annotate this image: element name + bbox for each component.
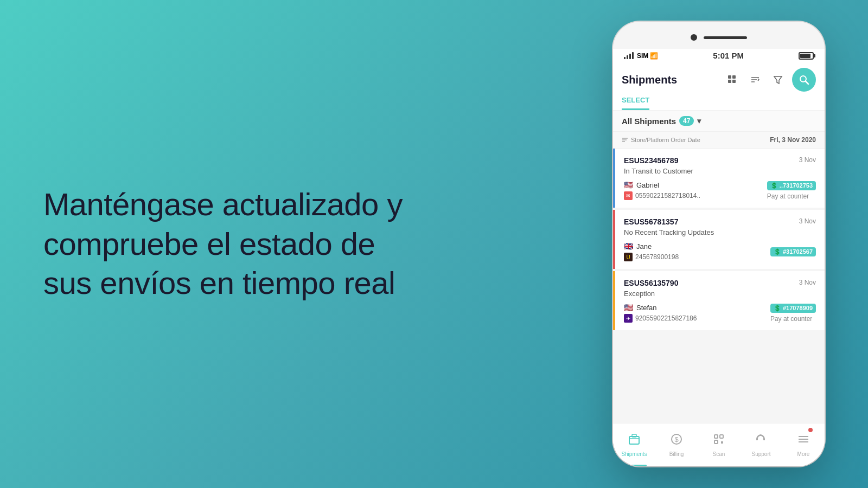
nav-item-more[interactable]: More: [782, 423, 825, 466]
shipments-nav-icon: [628, 433, 641, 449]
tracking-number: 245678900198: [635, 253, 679, 261]
bottom-nav: Shipments $ Billing: [613, 423, 825, 466]
tracking-id: ESUS56781357: [624, 217, 678, 226]
app-title: Shipments: [622, 74, 677, 86]
flag-icon: 🇺🇸: [624, 181, 633, 189]
order-id: #31702567: [783, 248, 813, 255]
card-date: 3 Nov: [799, 279, 816, 286]
shipment-card[interactable]: ESUS56781357 3 Nov No Recent Tracking Up…: [613, 210, 825, 269]
svg-rect-2: [728, 80, 731, 83]
svg-rect-3: [732, 80, 736, 83]
all-shipments-label: All Shipments: [622, 117, 676, 126]
sort-order-label: Store/Platform Order Date: [631, 137, 700, 143]
tracking-id: ESUS23456789: [624, 156, 678, 165]
carrier-icon: U: [624, 253, 633, 261]
customer-name: Jane: [636, 242, 652, 251]
shipment-card[interactable]: ESUS23456789 3 Nov In Transit to Custome…: [613, 149, 825, 208]
payment-label: Pay at counter: [770, 315, 816, 323]
flag-icon: 🇺🇸: [624, 303, 633, 312]
more-nav-icon: [797, 433, 810, 449]
nav-item-billing[interactable]: $ Billing: [655, 423, 698, 466]
shipment-card[interactable]: ESUS56135790 3 Nov Exception 🇺🇸 Stefan ✈: [613, 271, 825, 330]
nav-item-scan[interactable]: Scan: [698, 423, 740, 466]
status-left: SIM 📶: [624, 52, 658, 60]
scan-nav-label: Scan: [713, 451, 725, 457]
search-button[interactable]: [792, 68, 816, 92]
carrier-label: SIM: [637, 52, 648, 60]
more-badge: [808, 428, 813, 432]
select-button[interactable]: SELECT: [622, 96, 649, 110]
customer-name: Gabriel: [636, 181, 659, 189]
card-date: 3 Nov: [799, 217, 816, 225]
shipments-list: ESUS23456789 3 Nov In Transit to Custome…: [613, 149, 825, 423]
signal-icon: [624, 52, 634, 59]
card-date: 3 Nov: [799, 156, 816, 164]
status-bar: SIM 📶 5:01 PM: [613, 49, 825, 62]
svg-rect-17: [714, 435, 718, 438]
order-id-badge: 💲 ..731702753: [767, 181, 816, 190]
flag-icon: 🇬🇧: [624, 242, 633, 251]
app-header: Shipments: [613, 62, 825, 111]
headline: Manténgase actualizado y compruebe el es…: [43, 185, 423, 303]
scan-nav-icon: [712, 433, 725, 449]
header-bottom: SELECT: [622, 96, 816, 110]
tracking-number: 92055902215827186: [635, 314, 697, 322]
card-status: In Transit to Customer: [624, 167, 816, 175]
svg-line-9: [806, 81, 808, 84]
wifi-icon: 📶: [650, 52, 658, 60]
shipments-count-badge: 47: [679, 116, 694, 126]
billing-nav-icon: $: [670, 433, 683, 449]
nav-item-support[interactable]: Support: [740, 423, 782, 466]
card-status: No Recent Tracking Updates: [624, 228, 816, 236]
support-nav-label: Support: [751, 451, 770, 457]
order-id-badge: 💲 #31702567: [770, 247, 816, 256]
nav-item-shipments[interactable]: Shipments: [613, 423, 655, 466]
all-shipments-filter[interactable]: All Shipments 47 ▾: [622, 116, 701, 126]
svg-rect-1: [732, 75, 736, 79]
grid-icon[interactable]: [724, 71, 741, 88]
phone-wrapper: SIM 📶 5:01 PM Shipments: [613, 22, 825, 466]
support-nav-icon: [755, 433, 768, 449]
chevron-down-icon: ▾: [697, 117, 701, 125]
left-text-block: Manténgase actualizado y compruebe el es…: [43, 185, 423, 303]
filter-bar: All Shipments 47 ▾: [613, 111, 825, 132]
order-id: ..731702753: [780, 182, 813, 189]
svg-rect-19: [714, 440, 718, 444]
carrier-icon: ✉: [624, 191, 633, 200]
phone-mockup: SIM 📶 5:01 PM Shipments: [613, 22, 825, 466]
svg-rect-20: [721, 441, 723, 444]
svg-text:$: $: [674, 435, 679, 444]
svg-rect-0: [728, 75, 731, 79]
date-header: Store/Platform Order Date Fri, 3 Nov 202…: [613, 132, 825, 149]
tracking-id: ESUS56135790: [624, 279, 678, 287]
more-nav-label: More: [797, 451, 810, 457]
filter-icon[interactable]: [769, 71, 787, 88]
sort-icon[interactable]: [746, 71, 764, 88]
app-content: Shipments: [613, 62, 825, 466]
order-id: #17078909: [783, 305, 813, 311]
header-icons: [724, 68, 816, 92]
phone-notch: [613, 22, 825, 49]
battery-icon: [799, 52, 814, 60]
svg-rect-14: [632, 434, 636, 437]
notch-bar: [704, 36, 747, 39]
billing-nav-label: Billing: [669, 451, 684, 457]
shipments-nav-label: Shipments: [621, 451, 647, 457]
svg-marker-7: [774, 76, 782, 84]
payment-label: Pay at counter: [767, 192, 816, 200]
sort-label: Store/Platform Order Date: [622, 137, 700, 143]
carrier-icon: ✈: [624, 314, 633, 323]
card-status: Exception: [624, 290, 816, 298]
camera-dot: [691, 34, 697, 41]
customer-name: Stefan: [636, 304, 657, 312]
order-id-badge: 💲 #17078909: [770, 304, 816, 313]
svg-rect-13: [629, 436, 639, 444]
current-date-label: Fri, 3 Nov 2020: [770, 136, 816, 144]
tracking-number: 05590221582718014..: [635, 192, 700, 200]
header-top: Shipments: [622, 68, 816, 92]
svg-rect-18: [720, 435, 723, 438]
status-time: 5:01 PM: [713, 51, 744, 60]
